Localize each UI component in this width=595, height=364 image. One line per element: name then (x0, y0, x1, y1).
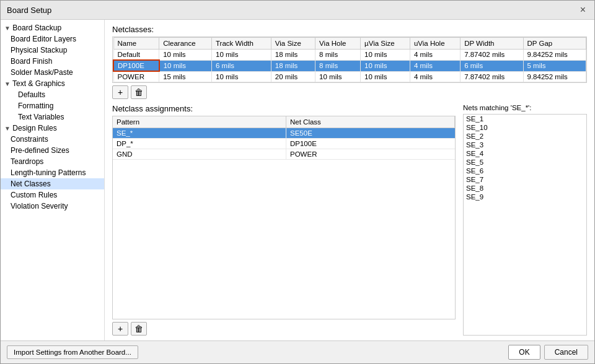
sidebar-item-design-rules[interactable]: ▼ Design Rules (1, 123, 104, 134)
add-netclass-button[interactable]: + (112, 85, 128, 99)
nets-list: SE_1SE_10SE_2SE_3SE_4SE_5SE_6SE_7SE_8SE_… (464, 115, 586, 201)
netclass-cell[interactable]: 5 mils (523, 60, 586, 71)
netclass-cell[interactable]: POWER (113, 71, 159, 82)
nets-matching-title: Nets matching 'SE_*': (463, 104, 587, 111)
col-via-hole: Via Hole (315, 38, 361, 50)
sidebar-item-solder-mask[interactable]: Solder Mask/Paste (1, 67, 104, 78)
dialog-title: Board Setup (7, 6, 51, 15)
netclasses-table: Name Clearance Track Width Via Size Via … (113, 37, 586, 82)
assignment-pattern-cell: GND (113, 149, 286, 159)
netclass-cell[interactable]: 7.87402 mils (461, 71, 523, 82)
net-item: SE_7 (464, 175, 586, 184)
netclass-cell[interactable]: 10 mils (159, 60, 212, 71)
netclass-cell[interactable]: 4 mils (410, 60, 460, 71)
netclass-cell[interactable]: 10 mils (361, 50, 410, 61)
netclass-cell[interactable]: 20 mils (271, 71, 315, 82)
expander-icon: ▼ (4, 80, 11, 87)
netclass-cell[interactable]: 10 mils (159, 50, 212, 61)
sidebar-item-defaults[interactable]: Defaults (1, 89, 104, 100)
netclass-row[interactable]: DP100E10 mils6 mils18 mils8 mils10 mils4… (113, 60, 586, 71)
sidebar-item-board-stackup[interactable]: ▼ Board Stackup (1, 22, 104, 33)
sidebar-item-formatting[interactable]: Formatting (1, 100, 104, 111)
sidebar-item-constraints[interactable]: Constraints (1, 134, 104, 145)
sidebar-item-physical-stackup[interactable]: Physical Stackup (1, 45, 104, 56)
netclass-cell[interactable]: 15 mils (159, 71, 212, 82)
netclass-cell[interactable]: Default (113, 50, 159, 61)
footer-left: Import Settings from Another Board... (7, 345, 138, 359)
sidebar-item-teardrops[interactable]: Teardrops (1, 156, 104, 167)
assignment-netclass-cell: SE50E (286, 128, 455, 138)
sidebar-item-text-graphics[interactable]: ▼ Text & Graphics (1, 78, 104, 89)
col-uvia-size: µVia Size (361, 38, 410, 50)
expander-icon: ▼ (4, 125, 11, 132)
netclass-cell[interactable]: 4 mils (410, 71, 460, 82)
col-dp-gap: DP Gap (523, 38, 586, 50)
footer-buttons: OK Cancel (508, 345, 588, 360)
net-item: SE_8 (464, 184, 586, 193)
netclass-cell[interactable]: 7.87402 mils (461, 50, 523, 61)
dialog-content: ▼ Board Stackup Board Editor Layers Phys… (1, 20, 594, 340)
cancel-button[interactable]: Cancel (544, 345, 588, 360)
net-item: SE_1 (464, 115, 586, 123)
net-item: SE_2 (464, 132, 586, 141)
netclasses-title: Netclasses: (112, 25, 587, 34)
col-name: Name (113, 38, 159, 50)
import-settings-button[interactable]: Import Settings from Another Board... (7, 345, 138, 359)
sidebar-item-board-editor-layers[interactable]: Board Editor Layers (1, 33, 104, 45)
assignment-pattern-cell: DP_* (113, 139, 286, 149)
col-uvia-hole: uVia Hole (410, 38, 460, 50)
assignment-row[interactable]: DP_*DP100E (113, 139, 455, 149)
sidebar-item-net-classes[interactable]: Net Classes (1, 178, 104, 189)
net-item: SE_6 (464, 167, 586, 175)
board-setup-dialog: Board Setup × ▼ Board Stackup Board Edit… (0, 0, 595, 364)
assignment-row[interactable]: SE_*SE50E (113, 128, 455, 139)
netclass-cell[interactable]: DP100E (113, 60, 159, 71)
assign-col-netclass: Net Class (286, 116, 455, 128)
assignments-left: Netclass assignments: Pattern Net Class … (112, 104, 456, 336)
netclass-cell[interactable]: 10 mils (361, 60, 410, 71)
netclass-cell[interactable]: 10 mils (212, 71, 271, 82)
netclasses-btn-row: + 🗑 (112, 85, 587, 99)
assignment-row[interactable]: GNDPOWER (113, 149, 455, 160)
title-bar: Board Setup × (1, 1, 594, 20)
netclass-cell[interactable]: 10 mils (212, 50, 271, 61)
delete-netclass-button[interactable]: 🗑 (131, 85, 147, 99)
col-track-width: Track Width (212, 38, 271, 50)
netclass-cell[interactable]: 8 mils (315, 50, 361, 61)
add-assignment-button[interactable]: + (112, 322, 128, 336)
delete-assignment-button[interactable]: 🗑 (131, 322, 147, 336)
sidebar-item-custom-rules[interactable]: Custom Rules (1, 189, 104, 201)
expander-icon: ▼ (4, 25, 11, 32)
netclass-cell[interactable]: 4 mils (410, 50, 460, 61)
netclass-cell[interactable]: 8 mils (315, 60, 361, 71)
netclass-cell[interactable]: 10 mils (361, 71, 410, 82)
assignment-netclass-cell: DP100E (286, 139, 455, 149)
sidebar-item-board-finish[interactable]: Board Finish (1, 56, 104, 67)
netclass-row[interactable]: POWER15 mils10 mils20 mils10 mils10 mils… (113, 71, 586, 82)
col-via-size: Via Size (271, 38, 315, 50)
sidebar-item-violation-severity[interactable]: Violation Severity (1, 201, 104, 212)
netclass-cell[interactable]: 6 mils (212, 60, 271, 71)
sidebar-item-length-tuning[interactable]: Length-tuning Patterns (1, 167, 104, 178)
footer: Import Settings from Another Board... OK… (1, 340, 594, 363)
netclasses-section: Netclasses: Name Clearance Track Width V… (112, 25, 587, 99)
net-item: SE_9 (464, 193, 586, 201)
netclass-cell[interactable]: 18 mils (271, 60, 315, 71)
netclass-cell[interactable]: 9.84252 mils (523, 50, 586, 61)
net-item: SE_10 (464, 123, 586, 132)
col-clearance: Clearance (159, 38, 212, 50)
col-dp-width: DP Width (461, 38, 523, 50)
net-item: SE_4 (464, 149, 586, 158)
netclass-cell[interactable]: 10 mils (315, 71, 361, 82)
ok-button[interactable]: OK (508, 345, 540, 360)
netclass-cell[interactable]: 18 mils (271, 50, 315, 61)
nets-list-container: SE_1SE_10SE_2SE_3SE_4SE_5SE_6SE_7SE_8SE_… (463, 114, 587, 336)
sidebar-item-predefined-sizes[interactable]: Pre-defined Sizes (1, 145, 104, 156)
netclass-row[interactable]: Default10 mils10 mils18 mils8 mils10 mil… (113, 50, 586, 61)
close-button[interactable]: × (578, 4, 588, 15)
assignments-table-container: Pattern Net Class SE_*SE50EDP_*DP100EGND… (112, 116, 456, 319)
sidebar-item-text-variables[interactable]: Text Variables (1, 111, 104, 123)
netclass-cell[interactable]: 9.84252 mils (523, 71, 586, 82)
assignments-section: Netclass assignments: Pattern Net Class … (112, 104, 587, 336)
netclass-cell[interactable]: 6 mils (461, 60, 523, 71)
